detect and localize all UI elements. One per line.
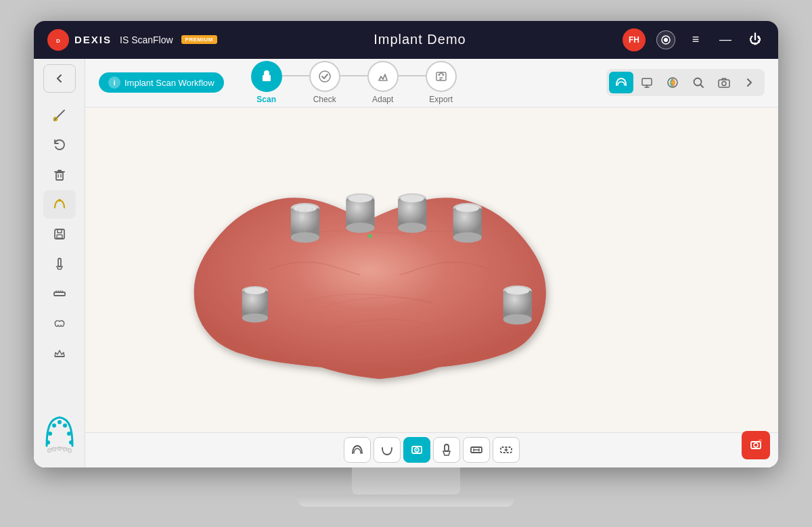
step-scan-icon [251,61,282,92]
bottom-toolbar [85,432,778,467]
premium-badge: PREMIUM [181,35,217,44]
svg-point-25 [265,77,268,80]
crown-tool[interactable] [43,339,76,367]
svg-point-23 [68,449,71,452]
arch-diagram [41,404,78,462]
rt-screen-view[interactable] [635,72,659,93]
svg-rect-10 [58,258,61,267]
svg-point-18 [69,440,73,444]
main-content: i Implant Scan Workflow [34,59,778,467]
back-button[interactable] [43,64,76,93]
svg-point-65 [416,449,418,451]
svg-point-6 [58,199,61,202]
menu-button[interactable]: ≡ [686,30,705,49]
logo-area: D DEXIS IS ScanFlow PREMIUM [47,29,217,51]
bt-bracket-mode[interactable] [463,437,490,463]
bt-add-mode[interactable] [493,437,520,463]
dexis-logo: D [47,29,69,51]
svg-point-44 [346,222,374,232]
svg-point-14 [52,423,56,428]
rt-search-view[interactable] [686,72,710,93]
svg-point-22 [63,447,66,451]
step-check[interactable]: Check [309,61,340,104]
brush-tool[interactable] [43,101,76,129]
undo-tool[interactable] [43,131,76,159]
svg-rect-33 [719,80,729,87]
svg-point-19 [47,449,51,452]
power-button[interactable]: ⏻ [746,30,765,49]
3d-viewport[interactable] [85,108,778,432]
step-connector-1 [282,75,309,76]
bt-implant-mode[interactable] [433,437,460,463]
svg-point-20 [52,447,55,451]
svg-point-49 [401,194,424,202]
svg-point-52 [453,232,482,242]
svg-point-3 [664,38,668,42]
minimize-button[interactable]: — [716,30,735,49]
svg-text:D: D [56,38,60,44]
svg-point-57 [245,287,266,294]
rt-color-view[interactable] [660,72,685,93]
svg-point-61 [505,286,529,294]
record-button[interactable] [656,30,675,49]
rt-jaw-view[interactable] [609,72,633,93]
svg-rect-5 [56,173,63,180]
red-corner-button[interactable] [742,431,770,459]
teeth-tool[interactable] [43,309,76,338]
right-toolbar [606,69,765,96]
bt-full-arch[interactable] [344,437,371,463]
step-check-label: Check [313,95,336,104]
step-adapt[interactable]: Adapt [367,61,399,104]
svg-point-17 [67,432,71,436]
measure-tool[interactable] [43,279,76,308]
svg-point-56 [242,313,268,322]
svg-point-13 [48,432,52,436]
svg-point-21 [58,446,61,450]
title-bar-controls: FH ≡ — ⏻ [623,28,765,51]
svg-point-48 [398,222,426,232]
user-avatar[interactable]: FH [623,28,646,51]
save-tool[interactable] [43,220,76,248]
step-connector-2 [340,75,367,76]
rt-next[interactable] [738,72,762,93]
svg-rect-66 [445,444,449,451]
info-icon: i [108,76,120,89]
step-export[interactable]: Export [426,61,457,104]
monitor-stand [352,467,460,495]
workflow-bar: i Implant Scan Workflow [85,59,778,108]
svg-point-26 [319,71,330,82]
rt-camera-view[interactable] [712,72,736,93]
svg-point-12 [46,440,50,444]
svg-point-70 [754,443,758,447]
app-title: Implant Demo [217,32,623,47]
bt-lower-arch[interactable] [374,437,401,463]
bt-scan-mode[interactable] [403,437,430,463]
svg-rect-8 [58,229,62,233]
delete-tool[interactable] [43,160,76,189]
arch-tool[interactable] [43,190,76,219]
step-adapt-icon [367,61,399,92]
svg-rect-9 [57,235,62,238]
step-check-icon [309,61,340,92]
step-scan[interactable]: Scan [251,61,282,104]
step-connector-3 [399,75,426,76]
svg-rect-11 [54,292,65,296]
step-export-icon [426,61,457,92]
svg-point-15 [58,420,62,424]
dexis-brand: DEXIS [74,34,112,45]
product-name: IS ScanFlow [120,35,173,45]
svg-point-60 [503,314,532,324]
svg-point-45 [348,194,372,202]
title-bar: D DEXIS IS ScanFlow PREMIUM Implant Demo… [34,21,778,59]
monitor-base [298,495,514,507]
svg-point-53 [456,204,480,212]
workflow-steps: Scan Check [251,61,457,104]
svg-point-34 [722,82,726,86]
svg-rect-29 [642,78,652,85]
step-scan-label: Scan [256,95,276,104]
workflow-badge: i Implant Scan Workflow [99,72,224,93]
svg-point-62 [368,234,372,238]
implant-tool[interactable] [43,250,76,278]
svg-point-31 [671,81,675,85]
step-export-label: Export [429,95,453,104]
